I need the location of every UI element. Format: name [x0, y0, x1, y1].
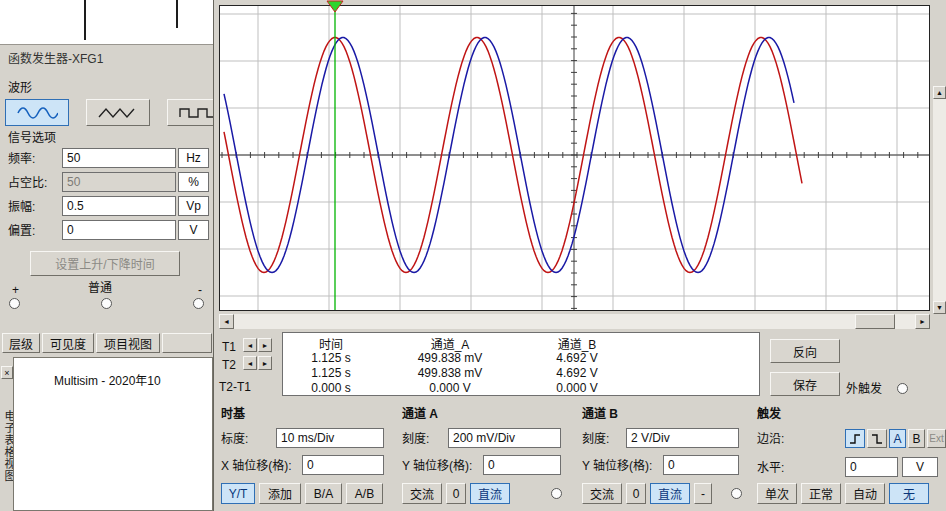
add-mode-button[interactable]: 添加: [259, 483, 301, 504]
trigger-a-button[interactable]: A: [889, 429, 906, 448]
channel-b-ac-button[interactable]: 交流: [582, 483, 622, 504]
t1-time: 1.125 s: [283, 351, 379, 365]
cursor-readout-table: 时间 通道_A 通道_B 1.125 s 499.838 mV 4.692 V …: [282, 332, 760, 396]
oscilloscope-window: ◄ ► ▲ ▼ T1 ◄ ► T2 ◄ ► T2-T1 时间 通道_A 通道_B…: [0, 0, 946, 511]
readout-row-t2: 1.125 s 499.838 mV 4.692 V: [283, 365, 759, 380]
t1-channel-a: 499.838 mV: [379, 351, 521, 365]
scroll-up-icon[interactable]: ▲: [933, 86, 946, 99]
trigger-level-input[interactable]: [845, 457, 898, 477]
trigger-level-unit: V: [902, 457, 938, 477]
ext-trigger-label: 外触发: [846, 382, 882, 396]
rising-edge-button[interactable]: [845, 429, 865, 448]
trigger-title: 触发: [757, 407, 781, 421]
t2t1-channel-a: 0.000 V: [379, 381, 521, 395]
cursor-t1-label: T1: [222, 340, 236, 354]
trigger-b-button[interactable]: B: [908, 429, 925, 448]
channel-a-ac-button[interactable]: 交流: [402, 483, 442, 504]
t2t1-channel-b: 0.000 V: [521, 381, 633, 395]
trigger-ext-button: Ext: [927, 429, 946, 448]
trigger-level-label: 水平:: [757, 461, 784, 475]
scrollbar-thumb[interactable]: [855, 314, 895, 329]
trigger-single-button[interactable]: 单次: [757, 483, 797, 504]
t1-right-arrow-button[interactable]: ►: [258, 338, 272, 352]
channel-a-indicator: [551, 488, 562, 499]
readout-col-time: 时间: [283, 335, 379, 352]
channel-b-scale-label: 刻度:: [582, 432, 609, 446]
save-button[interactable]: 保存: [770, 372, 840, 396]
channel-b-ypos-label: Y 轴位移(格):: [582, 459, 652, 473]
cursor-t2t1-label: T2-T1: [219, 380, 251, 394]
channel-a-dc-button[interactable]: 直流: [470, 483, 510, 504]
falling-edge-button[interactable]: [867, 429, 887, 448]
timebase-xpos-label: X 轴位移(格):: [221, 459, 292, 473]
t2-time: 1.125 s: [283, 366, 379, 380]
timebase-scale-label: 标度:: [221, 432, 248, 446]
timebase-scale-input[interactable]: [276, 428, 384, 448]
readout-row-t1: 1.125 s 499.838 mV 4.692 V: [283, 350, 759, 365]
channel-a-ypos-label: Y 轴位移(格):: [402, 459, 472, 473]
channel-a-ypos-input[interactable]: [483, 455, 561, 475]
channel-b-scale-input[interactable]: [626, 428, 739, 448]
trigger-normal-button[interactable]: 正常: [801, 483, 841, 504]
trigger-auto-button[interactable]: 自动: [845, 483, 885, 504]
channel-b-title: 通道 B: [582, 407, 618, 421]
channel-b-invert-button[interactable]: -: [694, 483, 712, 504]
falling-edge-icon: [870, 432, 884, 446]
multisim-workspace: 函数发生器-XFG1 波形 信号选项 频率: Hz 占空比: % 振幅: Vp …: [0, 0, 946, 511]
t2-channel-a: 499.838 mV: [379, 366, 521, 380]
yt-mode-button[interactable]: Y/T: [221, 483, 255, 504]
t1-left-arrow-button[interactable]: ◄: [243, 338, 257, 352]
readout-col-channel-b: 通道_B: [521, 335, 633, 352]
timebase-xpos-input[interactable]: [302, 455, 384, 475]
scroll-down-icon[interactable]: ▼: [933, 301, 946, 314]
t2-left-arrow-button[interactable]: ◄: [243, 356, 257, 370]
trigger-edge-label: 边沿:: [757, 432, 784, 446]
timebase-title: 时基: [221, 407, 245, 421]
channel-a-scale-input[interactable]: [448, 428, 561, 448]
t1-channel-b: 4.692 V: [521, 351, 633, 365]
scroll-right-icon[interactable]: ►: [915, 314, 930, 329]
ba-mode-button[interactable]: B/A: [305, 483, 342, 504]
cursor-t2-label: T2: [222, 358, 236, 372]
cursor-t1-handle[interactable]: [326, 0, 344, 13]
channel-a-title: 通道 A: [402, 407, 438, 421]
scope-horizontal-scrollbar[interactable]: ◄ ►: [219, 314, 930, 329]
ext-trigger-radio[interactable]: [897, 383, 908, 394]
t2t1-time: 0.000 s: [283, 381, 379, 395]
ab-mode-button[interactable]: A/B: [346, 483, 383, 504]
reverse-button[interactable]: 反向: [770, 339, 840, 363]
channel-b-indicator: [731, 488, 742, 499]
t2-right-arrow-button[interactable]: ►: [258, 356, 272, 370]
scroll-left-icon[interactable]: ◄: [219, 314, 234, 329]
readout-col-channel-a: 通道_A: [379, 335, 521, 352]
t2-channel-b: 4.692 V: [521, 366, 633, 380]
channel-b-zero-button[interactable]: 0: [626, 483, 646, 504]
channel-a-scale-label: 刻度:: [402, 432, 429, 446]
rising-edge-icon: [848, 432, 862, 446]
scope-traces: [220, 6, 929, 310]
channel-b-dc-button[interactable]: 直流: [650, 483, 690, 504]
oscilloscope-display: [219, 5, 930, 311]
trigger-none-button[interactable]: 无: [889, 483, 929, 504]
channel-b-ypos-input[interactable]: [663, 455, 739, 475]
scope-vertical-scrollbar[interactable]: ▲ ▼: [933, 86, 946, 314]
readout-row-t2t1: 0.000 s 0.000 V 0.000 V: [283, 380, 759, 395]
channel-a-zero-button[interactable]: 0: [446, 483, 466, 504]
